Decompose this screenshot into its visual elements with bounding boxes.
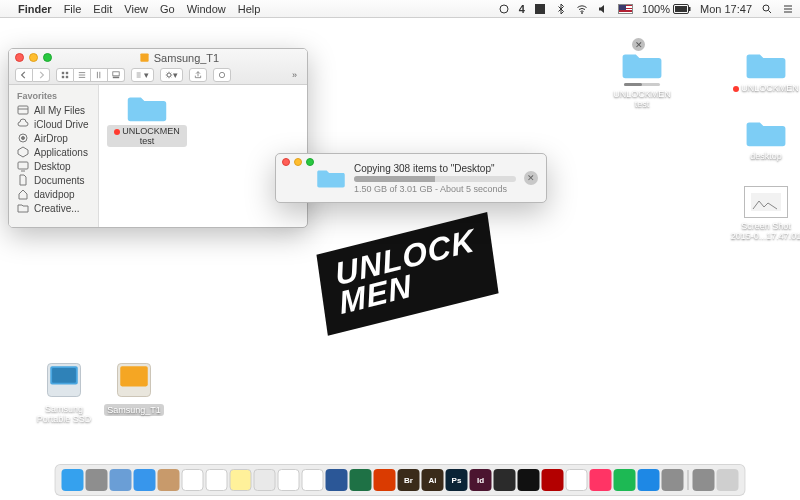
desktop-screenshot-file[interactable]: Screen Shot 2015-0...17.47.01 <box>730 186 800 241</box>
bluetooth-icon[interactable] <box>555 3 567 15</box>
external-drive-icon <box>112 358 156 402</box>
menu-go[interactable]: Go <box>160 3 175 15</box>
dock-app-a[interactable] <box>110 469 132 491</box>
desktop-icon <box>17 160 29 172</box>
sidebar-documents[interactable]: Documents <box>9 173 98 187</box>
dock-mail[interactable] <box>134 469 156 491</box>
dock-trash[interactable] <box>717 469 739 491</box>
window-close-button[interactable] <box>282 158 290 166</box>
svg-rect-14 <box>62 72 64 74</box>
status-count[interactable]: 4 <box>519 3 525 15</box>
dock-appstore[interactable] <box>638 469 660 491</box>
dock-launchpad[interactable] <box>86 469 108 491</box>
toolbar-overflow-button[interactable]: » <box>288 68 301 82</box>
folder-icon <box>620 50 664 80</box>
back-button[interactable] <box>15 68 33 82</box>
sidebar-applications[interactable]: Applications <box>9 145 98 159</box>
external-drive-icon <box>42 358 86 402</box>
dock-itunes[interactable] <box>590 469 612 491</box>
sidebar-home[interactable]: davidpop <box>9 187 98 201</box>
menu-file[interactable]: File <box>64 3 82 15</box>
cancel-copy-button[interactable]: ✕ <box>524 171 538 185</box>
dock-adobe-rd[interactable] <box>374 469 396 491</box>
menu-help[interactable]: Help <box>238 3 261 15</box>
svg-point-24 <box>22 137 25 140</box>
input-flag-us[interactable] <box>618 4 633 14</box>
sidebar-creative[interactable]: Creative... <box>9 201 98 215</box>
dock-notes[interactable] <box>230 469 252 491</box>
close-icon[interactable]: ✕ <box>632 38 645 51</box>
all-files-icon <box>17 104 29 116</box>
finder-item-unlockmen-test[interactable]: UNLOCKMEN test <box>107 93 187 147</box>
desktop-folder-desktop[interactable]: desktop <box>730 118 800 161</box>
finder-sidebar[interactable]: Favorites All My Files iCloud Drive AirD… <box>9 85 99 227</box>
menu-view[interactable]: View <box>124 3 148 15</box>
dock-settings[interactable] <box>662 469 684 491</box>
window-zoom-button[interactable] <box>306 158 314 166</box>
finder-titlebar[interactable]: Samsung_T1 ▾ ▾ » <box>9 49 307 85</box>
window-zoom-button[interactable] <box>43 53 52 62</box>
window-close-button[interactable] <box>15 53 24 62</box>
forward-button[interactable] <box>33 68 50 82</box>
dock-chrome[interactable] <box>278 469 300 491</box>
dock-preview[interactable] <box>254 469 276 491</box>
sidebar-desktop[interactable]: Desktop <box>9 159 98 173</box>
menu-edit[interactable]: Edit <box>93 3 112 15</box>
wifi-icon[interactable] <box>576 3 588 15</box>
dock-adobe-br[interactable]: Br <box>398 469 420 491</box>
copy-progress-window[interactable]: Copying 308 items to "Desktop" 1.50 GB o… <box>275 153 547 203</box>
battery-status[interactable]: 100% <box>642 3 691 15</box>
volume-icon[interactable] <box>597 3 609 15</box>
view-icons-button[interactable] <box>56 68 74 82</box>
menu-window[interactable]: Window <box>187 3 226 15</box>
drive-samsung-portable-ssd[interactable]: Samsung Portable SSD <box>30 358 98 424</box>
svg-rect-13 <box>140 54 148 62</box>
dock-filezilla[interactable] <box>542 469 564 491</box>
sidebar-all-my-files[interactable]: All My Files <box>9 103 98 117</box>
arrange-dropdown[interactable]: ▾ <box>131 68 154 82</box>
svg-point-2 <box>581 12 582 13</box>
tags-button[interactable] <box>213 68 231 82</box>
svg-point-6 <box>763 5 769 11</box>
view-gallery-button[interactable] <box>108 68 125 82</box>
drive-samsung-t1[interactable]: Samsung_T1 <box>100 358 168 416</box>
action-dropdown[interactable]: ▾ <box>160 68 183 82</box>
notifications-icon[interactable] <box>782 3 794 15</box>
dock-adobe-dark[interactable] <box>494 469 516 491</box>
menubar-app[interactable]: Finder <box>18 3 52 15</box>
dock-reminders[interactable] <box>206 469 228 491</box>
view-list-button[interactable] <box>74 68 91 82</box>
dock-calendar[interactable] <box>182 469 204 491</box>
dock-adobe-ps[interactable]: Ps <box>446 469 468 491</box>
dock[interactable]: BrAiPsId <box>55 464 746 496</box>
dropbox-icon[interactable] <box>534 3 546 15</box>
view-columns-button[interactable] <box>91 68 108 82</box>
finder-window[interactable]: Samsung_T1 ▾ ▾ » <box>8 48 308 228</box>
dock-downloads[interactable] <box>693 469 715 491</box>
desktop[interactable]: UNLOCKMEN ✕ UNLOCKMEN test UNLOCKMEN des… <box>0 18 800 500</box>
dock-finder[interactable] <box>62 469 84 491</box>
spotlight-icon[interactable] <box>761 3 773 15</box>
clouds-status-icon[interactable] <box>498 3 510 15</box>
dock-excel[interactable] <box>350 469 372 491</box>
dock-adobe-ai[interactable]: Ai <box>422 469 444 491</box>
dock-vsco[interactable] <box>518 469 540 491</box>
desktop-folder-unlockmen-test[interactable]: UNLOCKMEN test <box>606 50 678 109</box>
sidebar-icloud[interactable]: iCloud Drive <box>9 117 98 131</box>
share-button[interactable] <box>189 68 207 82</box>
svg-rect-17 <box>66 76 68 78</box>
dock-spotify[interactable] <box>614 469 636 491</box>
svg-point-21 <box>219 73 224 78</box>
dock-word[interactable] <box>326 469 348 491</box>
desktop-folder-unlockmen[interactable]: UNLOCKMEN <box>730 50 800 93</box>
window-minimize-button[interactable] <box>294 158 302 166</box>
sidebar-airdrop[interactable]: AirDrop <box>9 131 98 145</box>
dock-contacts[interactable] <box>158 469 180 491</box>
svg-rect-19 <box>113 77 119 79</box>
window-minimize-button[interactable] <box>29 53 38 62</box>
svg-rect-1 <box>535 4 545 14</box>
clock[interactable]: Mon 17:47 <box>700 3 752 15</box>
dock-drive[interactable] <box>302 469 324 491</box>
dock-photos[interactable] <box>566 469 588 491</box>
dock-adobe-id[interactable]: Id <box>470 469 492 491</box>
